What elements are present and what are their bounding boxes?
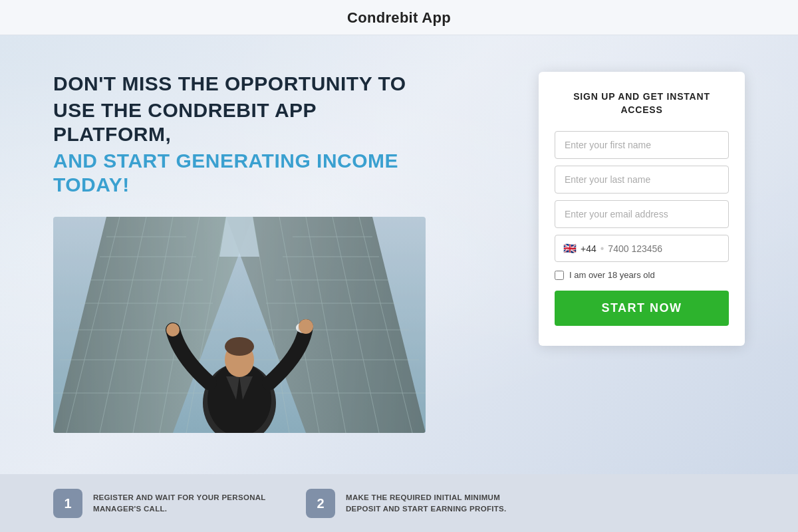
form-card: SIGN UP AND GET INSTANT ACCESS 🇬🇧 +44 • … <box>539 72 745 346</box>
age-label: I am over 18 years old <box>569 270 655 280</box>
signup-form-section: SIGN UP AND GET INSTANT ACCESS 🇬🇧 +44 • … <box>539 72 745 346</box>
svg-point-33 <box>225 337 254 356</box>
phone-input[interactable] <box>608 243 724 254</box>
flag-icon: 🇬🇧 <box>563 242 577 255</box>
app-title: Condrebit App <box>0 9 798 27</box>
phone-row: 🇬🇧 +44 • <box>555 235 729 262</box>
svg-point-34 <box>166 323 180 336</box>
headline-line2: USE THE CONDREBIT APP PLATFORM, <box>53 98 439 146</box>
age-verification-row: I am over 18 years old <box>555 270 729 280</box>
step-2-item: 2 MAKE THE REQUIRED INITIAL MINIMUM DEPO… <box>306 489 519 518</box>
form-title: SIGN UP AND GET INSTANT ACCESS <box>555 90 729 116</box>
country-code: +44 <box>581 243 597 254</box>
step-1-text: REGISTER AND WAIT FOR YOUR PERSONAL MANA… <box>93 492 266 515</box>
app-header: Condrebit App <box>0 0 798 35</box>
first-name-input[interactable] <box>555 131 729 159</box>
left-section: DON'T MISS THE OPPORTUNITY TO USE THE CO… <box>53 72 439 433</box>
svg-point-36 <box>299 319 313 334</box>
headline-accent: AND START GENERATING INCOME TODAY! <box>53 149 439 197</box>
step-1-item: 1 REGISTER AND WAIT FOR YOUR PERSONAL MA… <box>53 489 266 518</box>
start-now-button[interactable]: START NOW <box>555 291 729 326</box>
hero-image <box>53 217 426 433</box>
phone-divider: • <box>600 243 604 255</box>
step-2-number: 2 <box>306 489 335 518</box>
main-content: DON'T MISS THE OPPORTUNITY TO USE THE CO… <box>0 35 798 474</box>
headline-line1: DON'T MISS THE OPPORTUNITY TO <box>53 72 439 96</box>
last-name-input[interactable] <box>555 166 729 194</box>
svg-marker-27 <box>219 217 259 257</box>
email-input[interactable] <box>555 200 729 228</box>
steps-bar: 1 REGISTER AND WAIT FOR YOUR PERSONAL MA… <box>0 474 798 532</box>
step-1-number: 1 <box>53 489 82 518</box>
step-2-text: MAKE THE REQUIRED INITIAL MINIMUM DEPOSI… <box>346 492 519 515</box>
age-checkbox[interactable] <box>555 271 564 280</box>
